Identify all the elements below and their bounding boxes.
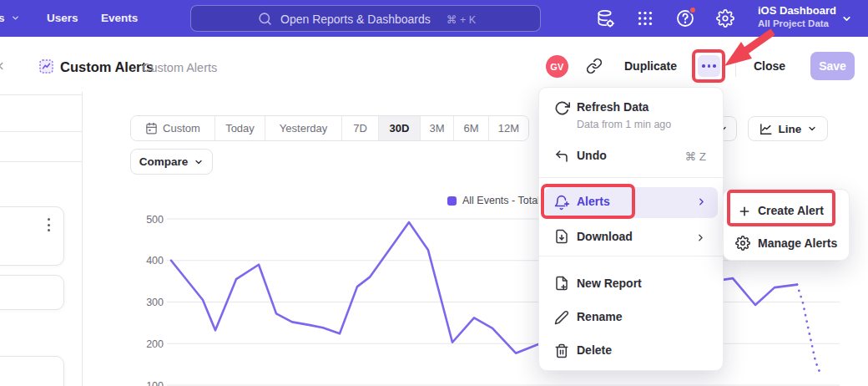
y-axis-tick-label: 300 [146, 297, 164, 308]
context-menu: Refresh Data Data from 1 min ago Undo ⌘ … [538, 87, 724, 371]
menu-item-label: New Report [577, 277, 642, 290]
submenu-item-label: Create Alert [758, 204, 824, 217]
date-range-label: 6M [463, 122, 478, 135]
submenu-chevron-right-icon [696, 196, 707, 207]
top-navigation-bar: s Users Events Open Reports & Dashboards… [0, 0, 868, 37]
close-button[interactable]: Close [754, 59, 785, 73]
menu-item-label: Refresh Data [577, 100, 648, 114]
date-range-selector: CustomTodayYesterday7D30D3M6M12M [130, 115, 529, 141]
legend-swatch [447, 196, 457, 206]
project-scope: All Project Data [758, 18, 836, 28]
date-range-custom[interactable]: Custom [131, 116, 214, 140]
nav-item-events[interactable]: Events [101, 12, 138, 24]
menu-item-label: Download [577, 230, 633, 243]
date-range-label: Yesterday [280, 122, 327, 135]
date-range-7d[interactable]: 7D [341, 116, 378, 140]
series-line-projected [797, 285, 820, 372]
y-axis-tick-label: 500 [146, 214, 164, 226]
nav-item-cutoff[interactable]: s [0, 12, 20, 24]
menu-item-label: Undo [577, 149, 607, 162]
date-range-3m[interactable]: 3M [420, 116, 453, 140]
menu-item-rename[interactable]: Rename [539, 302, 723, 333]
refresh-icon [554, 100, 570, 116]
avatar[interactable]: GV [546, 55, 568, 78]
menu-item-undo[interactable]: Undo ⌘ Z [539, 141, 723, 171]
app-window: 500400300200100 All Events - Total s Use… [0, 0, 868, 386]
page-title: Custom Alerts [60, 59, 154, 75]
submenu-item-manage-alerts[interactable]: Manage Alerts [724, 228, 849, 258]
date-range-today[interactable]: Today [214, 116, 265, 140]
submenu-item-label: Manage Alerts [758, 236, 837, 250]
undo-icon [554, 149, 569, 164]
menu-divider [539, 177, 723, 178]
breadcrumb[interactable]: Custom Alerts [142, 61, 217, 74]
date-range-label: Today [225, 122, 255, 135]
y-axis-tick-label: 100 [146, 380, 164, 386]
data-management-icon[interactable] [596, 9, 615, 28]
legend-label: All Events - Total [462, 195, 540, 206]
delete-trash-icon [554, 343, 569, 358]
menu-divider [539, 256, 723, 256]
menu-item-new-report[interactable]: New Report [539, 268, 723, 300]
more-options-button[interactable] [698, 55, 720, 77]
search-icon [258, 12, 272, 26]
date-range-yesterday[interactable]: Yesterday [265, 116, 341, 140]
date-range-label: 7D [353, 122, 367, 135]
menu-item-delete[interactable]: Delete [539, 335, 723, 367]
chevron-down-icon [807, 124, 817, 134]
download-icon [554, 229, 569, 244]
compare-button[interactable]: Compare [130, 149, 213, 175]
save-button[interactable]: Save [810, 52, 855, 80]
gear-icon [735, 236, 750, 251]
rename-pencil-icon [554, 310, 569, 325]
project-name: iOS Dashboard [758, 4, 836, 17]
compare-label: Compare [139, 155, 189, 168]
line-chart-icon [759, 122, 773, 136]
menu-item-download[interactable]: Download [539, 221, 723, 253]
help-icon[interactable] [675, 8, 695, 28]
date-range-label: Custom [163, 122, 200, 135]
y-axis-tick-label: 200 [146, 338, 164, 350]
nav-item-users[interactable]: Users [47, 12, 78, 24]
menu-item-label: Alerts [577, 195, 610, 208]
date-range-label: 12M [498, 122, 519, 135]
search-bar[interactable]: Open Reports & Dashboards ⌘ + K [190, 5, 541, 32]
chart-legend: All Events - Total [447, 195, 540, 206]
plus-icon [738, 205, 751, 218]
search-shortcut-hint: ⌘ + K [447, 13, 476, 26]
calendar-icon [145, 122, 158, 135]
settings-gear-icon[interactable] [716, 9, 734, 28]
project-selector[interactable]: iOS Dashboard All Project Data [758, 4, 836, 28]
nav-item-cutoff-label: s [0, 12, 5, 24]
y-axis-tick-label: 400 [146, 255, 164, 267]
date-range-6m[interactable]: 6M [453, 116, 488, 140]
chart-type-label: Line [779, 123, 802, 135]
search-placeholder: Open Reports & Dashboards [280, 13, 431, 26]
notification-dot [689, 6, 697, 14]
new-report-icon [554, 276, 569, 291]
duplicate-button[interactable]: Duplicate [624, 59, 677, 73]
menu-item-refresh-data[interactable]: Refresh Data Data from 1 min ago [539, 96, 723, 140]
header-divider [735, 55, 736, 77]
date-range-label: 3M [429, 122, 444, 135]
keyboard-shortcut: ⌘ Z [685, 150, 707, 163]
project-chevron-down-icon [841, 13, 852, 24]
copy-link-icon[interactable] [586, 58, 603, 74]
date-range-30d[interactable]: 30D [378, 116, 420, 140]
alert-bell-plus-icon [554, 195, 570, 211]
chevron-down-icon [11, 13, 20, 23]
alerts-submenu: Create Alert Manage Alerts [723, 189, 850, 261]
menu-item-label: Delete [577, 343, 612, 357]
apps-grid-icon[interactable] [636, 9, 654, 28]
menu-item-subtitle: Data from 1 min ago [577, 119, 671, 130]
chevron-down-icon [194, 157, 204, 167]
submenu-item-create-alert[interactable]: Create Alert [724, 196, 849, 226]
report-type-icon [38, 58, 54, 74]
menu-item-label: Rename [577, 310, 622, 323]
chart-type-button[interactable]: Line [748, 116, 828, 141]
submenu-chevron-right-icon [695, 232, 706, 243]
date-range-label: 30D [390, 122, 410, 135]
back-chevron-icon[interactable] [0, 60, 7, 72]
menu-item-alerts[interactable]: Alerts [545, 187, 718, 218]
date-range-12m[interactable]: 12M [488, 116, 528, 140]
